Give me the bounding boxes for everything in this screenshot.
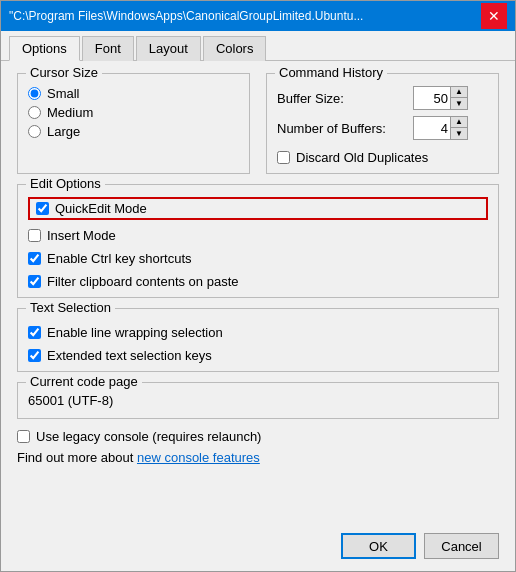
- main-window: "C:\Program Files\WindowsApps\CanonicalG…: [0, 0, 516, 572]
- title-bar: "C:\Program Files\WindowsApps\CanonicalG…: [1, 1, 515, 31]
- tab-content: Cursor Size Small Medium Large: [1, 61, 515, 525]
- tab-colors[interactable]: Colors: [203, 36, 267, 61]
- command-history-title: Command History: [275, 65, 387, 80]
- num-buffers-label: Number of Buffers:: [277, 121, 407, 136]
- insert-mode-checkbox[interactable]: [28, 229, 41, 242]
- ctrl-shortcuts-checkbox[interactable]: [28, 252, 41, 265]
- buffer-size-row: Buffer Size: ▲ ▼: [277, 86, 488, 110]
- num-buffers-row: Number of Buffers: ▲ ▼: [277, 116, 488, 140]
- filter-clipboard-row[interactable]: Filter clipboard contents on paste: [28, 274, 488, 289]
- edit-options-section: Edit Options QuickEdit Mode Insert Mode …: [17, 184, 499, 298]
- buffer-size-control: ▲ ▼: [413, 86, 468, 110]
- footer: OK Cancel: [1, 525, 515, 571]
- command-history-section: Command History Buffer Size: ▲ ▼: [266, 73, 499, 174]
- buffer-size-input[interactable]: [414, 87, 450, 109]
- cursor-small-option[interactable]: Small: [28, 86, 239, 101]
- code-page-title: Current code page: [26, 374, 142, 389]
- extended-text-row[interactable]: Extended text selection keys: [28, 348, 488, 363]
- text-selection-section: Text Selection Enable line wrapping sele…: [17, 308, 499, 372]
- legacy-console-row[interactable]: Use legacy console (requires relaunch): [17, 429, 499, 444]
- cursor-medium-radio[interactable]: [28, 106, 41, 119]
- line-wrapping-row[interactable]: Enable line wrapping selection: [28, 325, 488, 340]
- cursor-size-section: Cursor Size Small Medium Large: [17, 73, 250, 174]
- discard-duplicates-checkbox[interactable]: [277, 151, 290, 164]
- num-buffers-control: ▲ ▼: [413, 116, 468, 140]
- legacy-console-checkbox[interactable]: [17, 430, 30, 443]
- quickedit-checkbox[interactable]: [36, 202, 49, 215]
- tab-options[interactable]: Options: [9, 36, 80, 61]
- buffer-size-label: Buffer Size:: [277, 91, 407, 106]
- num-buffers-up[interactable]: ▲: [451, 117, 467, 128]
- close-button[interactable]: ✕: [481, 3, 507, 29]
- cursor-size-options: Small Medium Large: [28, 86, 239, 139]
- buffer-size-down[interactable]: ▼: [451, 98, 467, 109]
- cursor-small-radio[interactable]: [28, 87, 41, 100]
- cursor-medium-option[interactable]: Medium: [28, 105, 239, 120]
- text-selection-items: Enable line wrapping selection Extended …: [28, 321, 488, 363]
- num-buffers-spinners: ▲ ▼: [450, 117, 467, 139]
- new-console-row: Find out more about new console features: [17, 450, 499, 465]
- discard-duplicates-row[interactable]: Discard Old Duplicates: [277, 150, 488, 165]
- cursor-large-radio[interactable]: [28, 125, 41, 138]
- edit-options-title: Edit Options: [26, 176, 105, 191]
- cursor-large-option[interactable]: Large: [28, 124, 239, 139]
- buffer-size-spinners: ▲ ▼: [450, 87, 467, 109]
- insert-mode-row[interactable]: Insert Mode: [28, 228, 488, 243]
- ok-button[interactable]: OK: [341, 533, 416, 559]
- cursor-size-title: Cursor Size: [26, 65, 102, 80]
- buffer-size-up[interactable]: ▲: [451, 87, 467, 98]
- extended-text-checkbox[interactable]: [28, 349, 41, 362]
- bottom-section: Use legacy console (requires relaunch) F…: [17, 429, 499, 465]
- cancel-button[interactable]: Cancel: [424, 533, 499, 559]
- code-page-value: 65001 (UTF-8): [28, 391, 488, 410]
- command-history-fields: Buffer Size: ▲ ▼ Number of Buffers:: [277, 86, 488, 165]
- tab-layout[interactable]: Layout: [136, 36, 201, 61]
- code-page-section: Current code page 65001 (UTF-8): [17, 382, 499, 419]
- num-buffers-down[interactable]: ▼: [451, 128, 467, 139]
- num-buffers-input[interactable]: [414, 117, 450, 139]
- quickedit-highlighted-row: QuickEdit Mode: [28, 197, 488, 220]
- tab-bar: Options Font Layout Colors: [1, 31, 515, 61]
- line-wrapping-checkbox[interactable]: [28, 326, 41, 339]
- tab-font[interactable]: Font: [82, 36, 134, 61]
- new-console-link[interactable]: new console features: [137, 450, 260, 465]
- text-selection-title: Text Selection: [26, 300, 115, 315]
- window-title: "C:\Program Files\WindowsApps\CanonicalG…: [9, 9, 363, 23]
- edit-options-items: QuickEdit Mode Insert Mode Enable Ctrl k…: [28, 197, 488, 289]
- filter-clipboard-checkbox[interactable]: [28, 275, 41, 288]
- quickedit-label[interactable]: QuickEdit Mode: [36, 201, 147, 216]
- ctrl-shortcuts-row[interactable]: Enable Ctrl key shortcuts: [28, 251, 488, 266]
- top-sections: Cursor Size Small Medium Large: [17, 73, 499, 174]
